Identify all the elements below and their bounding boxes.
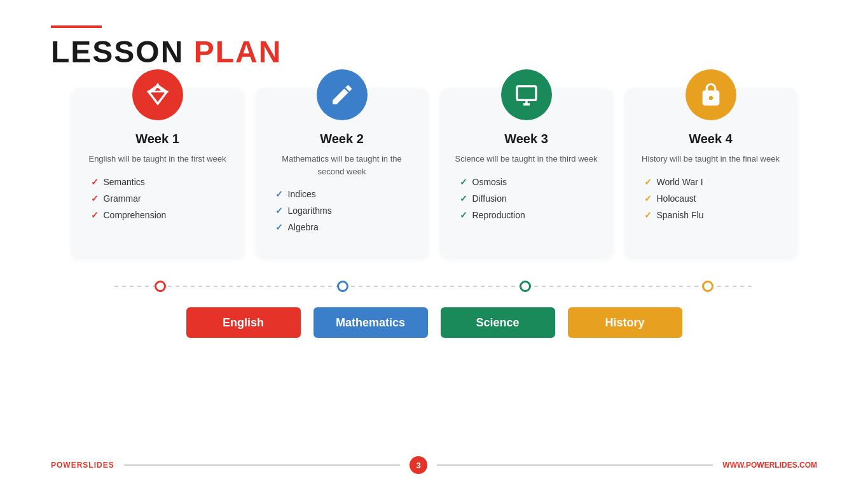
list-item: ✓Holocaust bbox=[644, 193, 784, 204]
footer-line-right bbox=[437, 464, 713, 466]
timeline-dot-4 bbox=[702, 281, 713, 292]
week2-list: ✓Indices✓Logarithms✓Algebra bbox=[269, 189, 415, 239]
check-icon: ✓ bbox=[644, 210, 652, 220]
list-item-text: Spanish Flu bbox=[657, 210, 704, 220]
list-item-text: Logarithms bbox=[288, 206, 332, 216]
header-accent-line bbox=[51, 25, 102, 28]
list-item-text: Holocaust bbox=[657, 193, 696, 204]
brand-red: SLIDES bbox=[83, 461, 114, 470]
brand-black: POWER bbox=[51, 461, 83, 470]
week2-week-label: Week 2 bbox=[320, 132, 364, 146]
week1-icon-wrapper bbox=[132, 69, 183, 120]
subject-btn-english[interactable]: English bbox=[186, 307, 301, 338]
list-item: ✓Indices bbox=[275, 189, 415, 199]
list-item: ✓Diffusion bbox=[460, 193, 600, 204]
footer-brand: POWERSLIDES bbox=[51, 461, 114, 470]
check-icon: ✓ bbox=[91, 210, 99, 220]
list-item-text: Algebra bbox=[288, 222, 319, 232]
list-item-text: Indices bbox=[288, 189, 316, 199]
week2-description: Mathematics will be taught in the second… bbox=[269, 153, 415, 178]
list-item: ✓Spanish Flu bbox=[644, 210, 784, 220]
list-item: ✓Reproduction bbox=[460, 210, 600, 220]
check-icon: ✓ bbox=[275, 189, 283, 199]
week3-description: Science will be taught in the third week bbox=[455, 153, 597, 165]
header: LESSON PLAN bbox=[51, 25, 817, 69]
check-icon: ✓ bbox=[644, 193, 652, 204]
list-item: ✓Semantics bbox=[91, 177, 231, 187]
week4-list: ✓World War I✓Holocaust✓Spanish Flu bbox=[638, 177, 784, 227]
title-word-lesson: LESSON bbox=[51, 35, 194, 69]
footer-line-left bbox=[124, 464, 400, 466]
timeline-dot-3 bbox=[520, 281, 531, 292]
week1-list: ✓Semantics✓Grammar✓Comprehension bbox=[85, 177, 231, 227]
timeline-dot-1 bbox=[155, 281, 166, 292]
card-week2: Week 2Mathematics will be taught in the … bbox=[256, 88, 428, 258]
list-item: ✓World War I bbox=[644, 177, 784, 187]
card-week3: Week 3Science will be taught in the thir… bbox=[441, 88, 612, 258]
card-week4: Week 4History will be taught in the fina… bbox=[625, 88, 797, 258]
week2-icon-wrapper bbox=[317, 69, 368, 120]
timeline-dots bbox=[155, 281, 714, 292]
list-item-text: Osmosis bbox=[472, 177, 507, 187]
list-item-text: Grammar bbox=[104, 193, 141, 204]
footer: POWERSLIDES 3 WWW.POWERLIDES.COM bbox=[51, 456, 817, 474]
subject-btn-science[interactable]: Science bbox=[441, 307, 555, 338]
footer-page-number: 3 bbox=[410, 456, 427, 474]
week4-week-label: Week 4 bbox=[689, 132, 733, 146]
check-icon: ✓ bbox=[275, 206, 283, 216]
week1-description: English will be taught in the first week bbox=[88, 153, 226, 165]
list-item-text: World War I bbox=[657, 177, 703, 187]
week4-icon-wrapper bbox=[685, 69, 736, 120]
week3-week-label: Week 3 bbox=[504, 132, 548, 146]
timeline bbox=[51, 277, 817, 296]
list-item: ✓Grammar bbox=[91, 193, 231, 204]
subject-buttons: EnglishMathematicsScienceHistory bbox=[51, 307, 817, 338]
title-word-plan: PLAN bbox=[194, 35, 282, 69]
check-icon: ✓ bbox=[644, 177, 652, 187]
list-item: ✓Osmosis bbox=[460, 177, 600, 187]
footer-website: WWW.POWERLIDES.COM bbox=[722, 461, 817, 470]
week3-list: ✓Osmosis✓Diffusion✓Reproduction bbox=[453, 177, 600, 227]
check-icon: ✓ bbox=[460, 177, 467, 187]
list-item-text: Semantics bbox=[104, 177, 145, 187]
check-icon: ✓ bbox=[275, 222, 283, 232]
list-item-text: Diffusion bbox=[472, 193, 507, 204]
subject-btn-mathematics[interactable]: Mathematics bbox=[313, 307, 428, 338]
check-icon: ✓ bbox=[460, 210, 467, 220]
subject-btn-history[interactable]: History bbox=[568, 307, 682, 338]
list-item-text: Reproduction bbox=[472, 210, 525, 220]
list-item: ✓Logarithms bbox=[275, 206, 415, 216]
card-week1: Week 1English will be taught in the firs… bbox=[72, 88, 244, 258]
week3-icon-wrapper bbox=[501, 69, 552, 120]
check-icon: ✓ bbox=[91, 177, 99, 187]
timeline-dot-2 bbox=[337, 281, 348, 292]
week4-description: History will be taught in the final week bbox=[642, 153, 780, 165]
list-item: ✓Comprehension bbox=[91, 210, 231, 220]
slide-title: LESSON PLAN bbox=[51, 34, 817, 69]
check-icon: ✓ bbox=[91, 193, 99, 204]
list-item: ✓Algebra bbox=[275, 222, 415, 232]
slide: LESSON PLAN Week 1English will be taught… bbox=[0, 0, 868, 488]
week1-week-label: Week 1 bbox=[135, 132, 179, 146]
cards-container: Week 1English will be taught in the firs… bbox=[51, 88, 817, 258]
check-icon: ✓ bbox=[460, 193, 467, 204]
list-item-text: Comprehension bbox=[104, 210, 167, 220]
